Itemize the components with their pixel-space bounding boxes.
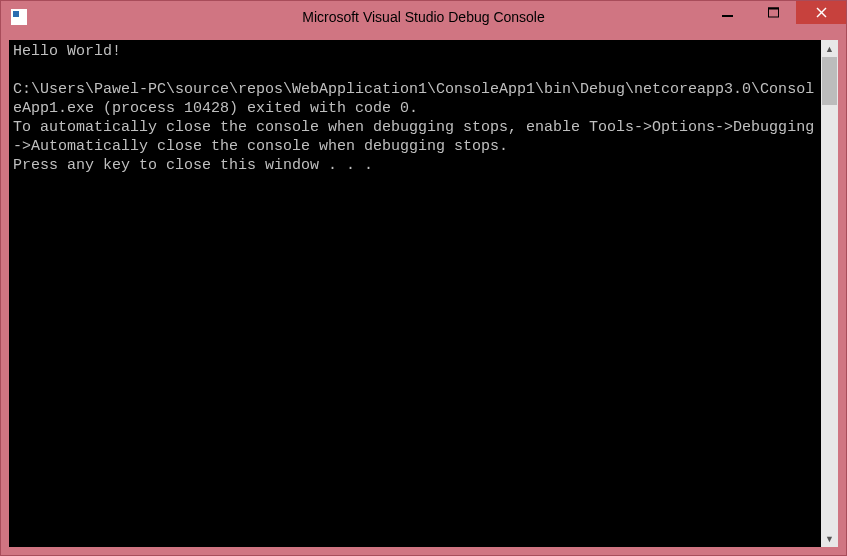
svg-rect-2 (768, 8, 779, 10)
window-controls (704, 1, 846, 32)
scroll-down-arrow[interactable]: ▼ (821, 530, 838, 547)
close-icon (816, 7, 827, 18)
svg-rect-0 (722, 15, 733, 17)
client-area: Hello World! C:\Users\Pawel-PC\source\re… (1, 32, 846, 555)
scroll-up-arrow[interactable]: ▲ (821, 40, 838, 57)
app-icon (11, 9, 27, 25)
minimize-icon (722, 7, 733, 18)
minimize-button[interactable] (704, 1, 750, 24)
scroll-thumb[interactable] (822, 57, 837, 105)
vertical-scrollbar[interactable]: ▲ ▼ (821, 40, 838, 547)
maximize-button[interactable] (750, 1, 796, 24)
titlebar[interactable]: Microsoft Visual Studio Debug Console (1, 1, 846, 32)
console-container: Hello World! C:\Users\Pawel-PC\source\re… (9, 40, 838, 547)
close-button[interactable] (796, 1, 846, 24)
console-output[interactable]: Hello World! C:\Users\Pawel-PC\source\re… (9, 40, 821, 547)
window-frame: Microsoft Visual Studio Debug Console (0, 0, 847, 556)
maximize-icon (768, 7, 779, 18)
